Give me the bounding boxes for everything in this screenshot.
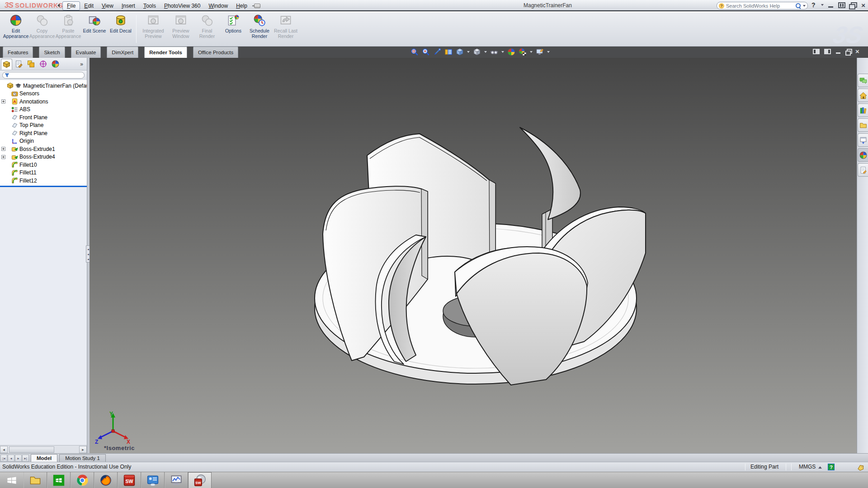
tree-item-top-plane[interactable]: Top Plane bbox=[0, 122, 87, 130]
start-button[interactable] bbox=[0, 472, 24, 488]
search-box[interactable]: ? Search SolidWorks Help bbox=[717, 2, 808, 9]
view-orientation-icon[interactable] bbox=[456, 48, 464, 56]
tab-render-tools[interactable]: Render Tools bbox=[144, 47, 187, 58]
expand-icon[interactable] bbox=[1, 147, 5, 151]
tree-item-boss-extrude1[interactable]: Boss-Extrude1 bbox=[0, 145, 87, 153]
apply-scene-icon[interactable] bbox=[519, 48, 527, 56]
tab-evaluate[interactable]: Evaluate bbox=[71, 47, 101, 58]
menu-item-insert[interactable]: Insert bbox=[118, 2, 139, 10]
tree-item-fillet11[interactable]: Fillet11 bbox=[0, 169, 87, 177]
zoom-to-area-icon[interactable] bbox=[422, 48, 430, 56]
options-button[interactable]: Options bbox=[220, 13, 246, 34]
tree-horizontal-scrollbar[interactable]: ◂ ▸ bbox=[0, 445, 87, 453]
view-settings-icon[interactable] bbox=[536, 48, 544, 56]
taskbar-firefox[interactable] bbox=[94, 472, 118, 488]
doc-minimize-icon[interactable] bbox=[835, 49, 841, 54]
taskbar-windows-store[interactable] bbox=[47, 472, 71, 488]
prev-tab-icon[interactable]: ◂ bbox=[8, 455, 14, 462]
units-caret-icon[interactable] bbox=[818, 466, 822, 469]
fan-model[interactable] bbox=[90, 58, 857, 453]
menu-item-tools[interactable]: Tools bbox=[139, 2, 160, 10]
split-pane-left-icon[interactable] bbox=[813, 49, 820, 54]
restore-button[interactable] bbox=[838, 2, 845, 8]
tree-item-material[interactable]: ABS bbox=[0, 106, 87, 114]
zoom-to-fit-icon[interactable] bbox=[410, 48, 419, 56]
help-menu-button[interactable]: ? bbox=[811, 1, 816, 9]
next-tab-icon[interactable]: ▸ bbox=[15, 455, 22, 462]
tab-office-products[interactable]: Office Products bbox=[193, 47, 238, 58]
close-button[interactable]: × bbox=[860, 2, 867, 8]
menu-collapse-arrow-icon[interactable] bbox=[57, 4, 60, 7]
edit-decal-button[interactable]: Edit Decal bbox=[108, 13, 134, 34]
hide-show-items-icon[interactable] bbox=[490, 48, 498, 56]
tab-features[interactable]: Features bbox=[3, 47, 33, 58]
tree-item-annotations[interactable]: Annotations bbox=[0, 98, 87, 106]
taskbar-control-panel[interactable] bbox=[141, 472, 165, 488]
taskbar-solidworks[interactable] bbox=[118, 472, 141, 488]
scroll-right-icon[interactable]: ▸ bbox=[79, 446, 87, 453]
dimxpertmanager-tab[interactable] bbox=[38, 59, 49, 70]
more-tabs-chevron-icon[interactable]: » bbox=[80, 61, 86, 67]
tree-item-fillet12[interactable]: Fillet12 bbox=[0, 177, 87, 185]
tree-item-front-plane[interactable]: Front Plane bbox=[0, 113, 87, 122]
menu-item-view[interactable]: View bbox=[98, 2, 118, 10]
help-caret-icon[interactable] bbox=[821, 4, 824, 6]
tag-icon[interactable] bbox=[857, 464, 864, 471]
apply-scene-caret-icon[interactable] bbox=[530, 51, 533, 53]
hide-show-caret-icon[interactable] bbox=[501, 51, 504, 53]
taskbar-performance-monitor[interactable] bbox=[165, 472, 188, 488]
view-palette-tab[interactable] bbox=[858, 133, 868, 147]
tree-item-boss-extrude4[interactable]: Boss-Extrude4 bbox=[0, 153, 87, 161]
quick-tips-button[interactable]: ? bbox=[828, 464, 835, 470]
tab-dimxpert[interactable]: DimXpert bbox=[107, 47, 138, 58]
custom-properties-tab[interactable] bbox=[858, 163, 868, 177]
propertymanager-tab[interactable] bbox=[13, 59, 24, 70]
units-selector[interactable]: MMGS bbox=[799, 464, 816, 470]
displaymanager-tab[interactable] bbox=[50, 59, 61, 70]
menu-item-photoview360[interactable]: PhotoView 360 bbox=[160, 2, 205, 10]
menu-item-help[interactable]: Help bbox=[232, 2, 251, 10]
configurationmanager-tab[interactable] bbox=[25, 59, 37, 70]
minimize-button[interactable] bbox=[827, 2, 835, 8]
scrollbar-thumb[interactable] bbox=[9, 446, 54, 453]
file-explorer-tab[interactable] bbox=[858, 118, 868, 132]
scroll-left-icon[interactable]: ◂ bbox=[0, 446, 8, 453]
solidworks-resources-tab[interactable] bbox=[858, 89, 868, 102]
expand-icon[interactable] bbox=[1, 155, 5, 159]
graphics-viewport[interactable]: Y X Z *Isometric bbox=[90, 58, 857, 453]
schedule-render-button[interactable]: Schedule Render bbox=[246, 13, 273, 39]
view-orientation-caret-icon[interactable] bbox=[467, 51, 470, 53]
edit-scene-button[interactable]: Edit Scene bbox=[81, 13, 108, 34]
doc-restore-icon[interactable] bbox=[845, 49, 851, 54]
tab-model[interactable]: Model bbox=[31, 454, 57, 462]
doc-close-icon[interactable]: × bbox=[855, 49, 859, 54]
menu-item-window[interactable]: Window bbox=[204, 2, 232, 10]
search-options-caret-icon[interactable] bbox=[803, 5, 806, 7]
taskbar-solidworks-active[interactable] bbox=[188, 472, 212, 488]
menu-item-file[interactable]: File bbox=[62, 1, 80, 10]
tree-item-right-plane[interactable]: Right Plane bbox=[0, 129, 87, 137]
featuremanager-tree-tab[interactable] bbox=[1, 59, 12, 70]
feature-filter-input[interactable] bbox=[2, 72, 85, 79]
section-view-icon[interactable] bbox=[444, 48, 453, 56]
view-settings-caret-icon[interactable] bbox=[547, 51, 550, 53]
menu-item-edit[interactable]: Edit bbox=[80, 2, 98, 10]
last-tab-icon[interactable]: ▸| bbox=[22, 455, 29, 462]
edit-appearance-hud-icon[interactable] bbox=[507, 48, 515, 56]
edit-appearance-button[interactable]: Edit Appearance bbox=[3, 13, 29, 39]
tree-item-origin[interactable]: Origin bbox=[0, 137, 87, 145]
first-tab-icon[interactable]: |◂ bbox=[0, 455, 7, 462]
previous-view-icon[interactable] bbox=[433, 48, 441, 56]
taskbar-file-explorer[interactable] bbox=[24, 472, 47, 488]
tree-item-root[interactable]: MagneticTrainerFan (Defau bbox=[0, 82, 87, 90]
tree-item-fillet10[interactable]: Fillet10 bbox=[0, 161, 87, 169]
tab-motion-study-1[interactable]: Motion Study 1 bbox=[59, 454, 106, 462]
display-style-caret-icon[interactable] bbox=[484, 51, 487, 53]
appearances-scenes-tab[interactable] bbox=[858, 148, 868, 162]
tree-item-sensors[interactable]: Sensors bbox=[0, 90, 87, 98]
expand-icon[interactable] bbox=[1, 99, 5, 103]
split-pane-right-icon[interactable] bbox=[824, 49, 831, 54]
tab-sketch[interactable]: Sketch bbox=[39, 47, 65, 58]
cascade-windows-button[interactable] bbox=[849, 2, 856, 8]
search-icon[interactable] bbox=[796, 3, 801, 9]
